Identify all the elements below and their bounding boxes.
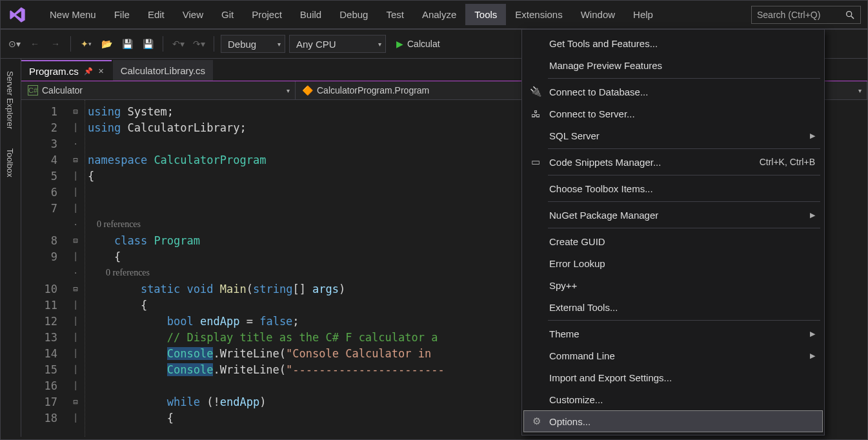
menu-item-code-snippets-manager[interactable]: ▭Code Snippets Manager...Ctrl+K, Ctrl+B: [523, 151, 823, 173]
menu-debug[interactable]: Debug: [330, 4, 377, 25]
svg-point-0: [847, 11, 852, 16]
shortcut-label: Ctrl+K, Ctrl+B: [760, 157, 815, 167]
search-icon: [845, 10, 855, 20]
search-box[interactable]: Search (Ctrl+Q): [751, 6, 861, 24]
menu-new-menu[interactable]: New Menu: [41, 4, 105, 25]
fold-toggle: │: [66, 120, 85, 136]
nav-dropdown-icon[interactable]: ⊙▾: [6, 35, 23, 52]
csharp-icon: C#: [28, 85, 38, 95]
toolbox-tab[interactable]: Toolbox: [1, 141, 19, 185]
menu-item-create-guid[interactable]: Create GUID: [523, 230, 823, 252]
save-button[interactable]: 💾: [119, 35, 136, 52]
line-number: 3: [21, 136, 57, 152]
server-explorer-tab[interactable]: Server Explorer: [1, 64, 19, 136]
menu-item-sql-server[interactable]: SQL Server▶: [523, 125, 823, 146]
start-button[interactable]: ▶ Calculat: [390, 35, 447, 53]
fold-toggle: │: [66, 185, 85, 201]
fold-toggle[interactable]: ⊟: [66, 233, 85, 249]
undo-button[interactable]: ↶▾: [170, 35, 187, 52]
submenu-arrow-icon: ▶: [810, 330, 815, 338]
line-number: 18: [21, 410, 57, 426]
menu-item-customize[interactable]: Customize...: [523, 388, 823, 410]
menu-build[interactable]: Build: [291, 4, 330, 25]
file-tab[interactable]: CalculatorLibrary.cs: [113, 60, 213, 81]
menu-item-external-tools[interactable]: External Tools...: [523, 296, 823, 318]
line-number: 16: [21, 378, 57, 394]
new-item-button[interactable]: ✦▾: [77, 35, 94, 52]
fold-toggle: │: [66, 297, 85, 314]
fold-toggle[interactable]: ⊟: [66, 152, 85, 168]
class-icon: 🔶: [302, 85, 313, 95]
svg-line-1: [851, 16, 854, 19]
line-number: 17: [21, 394, 57, 410]
menu-item-command-line[interactable]: Command Line▶: [523, 345, 823, 366]
fold-toggle: │: [66, 314, 85, 330]
fold-toggle: │: [66, 201, 85, 217]
side-strip: Server Explorer Toolbox: [1, 59, 21, 437]
menu-project[interactable]: Project: [243, 4, 291, 25]
menu-bar: New MenuFileEditViewGitProjectBuildDebug…: [1, 1, 867, 30]
menu-extensions[interactable]: Extensions: [506, 4, 571, 25]
menu-item-error-lookup[interactable]: Error Lookup: [523, 252, 823, 274]
redo-button[interactable]: ↷▾: [190, 35, 207, 52]
menu-item-theme[interactable]: Theme▶: [523, 323, 823, 345]
config-select[interactable]: Debug: [221, 35, 285, 53]
open-button[interactable]: 📂: [98, 35, 115, 52]
nav-fwd-button[interactable]: →: [47, 35, 64, 52]
menu-test[interactable]: Test: [377, 4, 413, 25]
fold-toggle[interactable]: ⊟: [66, 394, 85, 410]
fold-toggle: │: [66, 168, 85, 185]
line-number: 8: [21, 233, 57, 249]
fold-toggle: ·: [66, 136, 85, 152]
menu-view[interactable]: View: [174, 4, 212, 25]
db-icon: 🔌: [530, 86, 541, 97]
submenu-arrow-icon: ▶: [810, 352, 815, 360]
menu-help[interactable]: Help: [624, 4, 662, 25]
menu-git[interactable]: Git: [212, 4, 243, 25]
line-number: 1: [21, 104, 57, 120]
fold-toggle: │: [66, 346, 85, 362]
menu-item-nuget-package-manager[interactable]: NuGet Package Manager▶: [523, 204, 823, 226]
menu-item-manage-preview-features[interactable]: Manage Preview Features: [523, 54, 823, 76]
nav-back-button[interactable]: ←: [26, 35, 43, 52]
fold-toggle: │: [66, 362, 85, 378]
save-all-button[interactable]: 💾: [139, 35, 156, 52]
fold-toggle[interactable]: ⊟: [66, 281, 85, 297]
line-number: 12: [21, 314, 57, 330]
platform-select[interactable]: Any CPU: [289, 35, 386, 53]
submenu-arrow-icon: ▶: [810, 211, 815, 219]
fold-toggle: │: [66, 378, 85, 394]
srv-icon: 🖧: [530, 108, 541, 119]
menu-edit[interactable]: Edit: [139, 4, 174, 25]
menu-analyze[interactable]: Analyze: [413, 4, 465, 25]
line-number: 14: [21, 346, 57, 362]
submenu-arrow-icon: ▶: [810, 132, 815, 140]
fold-toggle: │: [66, 410, 85, 426]
play-icon: ▶: [396, 39, 403, 49]
menu-tools[interactable]: Tools: [465, 4, 506, 25]
menu-item-import-and-export-settings[interactable]: Import and Export Settings...: [523, 366, 823, 388]
tools-menu-dropdown: Get Tools and Features...Manage Preview …: [521, 29, 825, 435]
menu-item-get-tools-and-features[interactable]: Get Tools and Features...: [523, 32, 823, 54]
menu-item-connect-to-database[interactable]: 🔌Connect to Database...: [523, 81, 823, 103]
pin-icon[interactable]: 📌: [84, 67, 93, 75]
menu-item-connect-to-server[interactable]: 🖧Connect to Server...: [523, 103, 823, 125]
menu-item-options[interactable]: ⚙Options...: [523, 410, 823, 432]
vs-logo-icon: [7, 5, 28, 25]
fold-toggle: │: [66, 330, 85, 346]
gear-icon: ⚙: [530, 415, 542, 427]
file-tab[interactable]: Program.cs📌✕: [21, 60, 112, 81]
line-number: 2: [21, 120, 57, 136]
line-number: 15: [21, 362, 57, 378]
menu-item-spy[interactable]: Spy++: [523, 274, 823, 296]
line-number: 7: [21, 201, 57, 217]
snip-icon: ▭: [530, 156, 541, 168]
menu-file[interactable]: File: [105, 4, 139, 25]
menu-item-choose-toolbox-items[interactable]: Choose Toolbox Items...: [523, 177, 823, 199]
nav-project-select[interactable]: C# Calculator: [21, 81, 296, 99]
close-icon[interactable]: ✕: [98, 67, 104, 75]
line-number: 10: [21, 281, 57, 297]
line-number: 13: [21, 330, 57, 346]
menu-window[interactable]: Window: [572, 4, 624, 25]
fold-toggle[interactable]: ⊟: [66, 104, 85, 120]
